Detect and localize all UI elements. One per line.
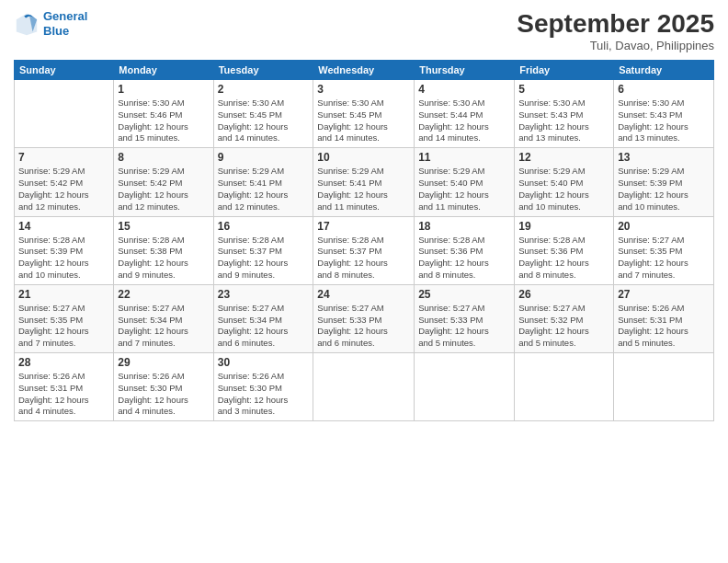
logo-icon bbox=[14, 11, 40, 37]
day-info: Sunrise: 5:30 AMSunset: 5:45 PMDaylight:… bbox=[218, 98, 310, 144]
day-info: Sunrise: 5:30 AMSunset: 5:45 PMDaylight:… bbox=[317, 98, 410, 144]
day-info: Sunrise: 5:30 AMSunset: 5:44 PMDaylight:… bbox=[418, 98, 510, 144]
weekday-header: Sunday bbox=[15, 61, 114, 80]
day-info: Sunrise: 5:30 AMSunset: 5:46 PMDaylight:… bbox=[118, 98, 209, 144]
calendar-cell: 24Sunrise: 5:27 AMSunset: 5:33 PMDayligh… bbox=[313, 284, 415, 352]
calendar-cell bbox=[415, 353, 515, 421]
calendar-cell: 14Sunrise: 5:28 AMSunset: 5:39 PMDayligh… bbox=[15, 216, 114, 284]
day-info: Sunrise: 5:28 AMSunset: 5:36 PMDaylight:… bbox=[518, 235, 609, 282]
day-number: 3 bbox=[317, 83, 410, 96]
calendar-cell bbox=[614, 353, 714, 421]
day-number: 4 bbox=[418, 83, 510, 96]
day-info: Sunrise: 5:28 AMSunset: 5:36 PMDaylight:… bbox=[418, 235, 510, 282]
calendar-cell: 7Sunrise: 5:29 AMSunset: 5:42 PMDaylight… bbox=[15, 148, 114, 216]
day-info: Sunrise: 5:29 AMSunset: 5:42 PMDaylight:… bbox=[118, 166, 209, 213]
day-info: Sunrise: 5:27 AMSunset: 5:34 PMDaylight:… bbox=[118, 303, 209, 350]
calendar-cell: 12Sunrise: 5:29 AMSunset: 5:40 PMDayligh… bbox=[515, 148, 614, 216]
day-number: 12 bbox=[518, 151, 609, 164]
day-number: 28 bbox=[18, 356, 109, 369]
calendar-cell: 23Sunrise: 5:27 AMSunset: 5:34 PMDayligh… bbox=[213, 284, 313, 352]
calendar-week-row: 14Sunrise: 5:28 AMSunset: 5:39 PMDayligh… bbox=[15, 216, 714, 284]
day-number: 15 bbox=[118, 220, 209, 233]
calendar-cell bbox=[313, 353, 415, 421]
day-info: Sunrise: 5:28 AMSunset: 5:38 PMDaylight:… bbox=[118, 235, 209, 282]
day-number: 21 bbox=[18, 288, 109, 301]
calendar-table: SundayMondayTuesdayWednesdayThursdayFrid… bbox=[14, 60, 714, 421]
day-number: 5 bbox=[518, 83, 609, 96]
day-info: Sunrise: 5:29 AMSunset: 5:42 PMDaylight:… bbox=[18, 166, 109, 213]
day-info: Sunrise: 5:29 AMSunset: 5:39 PMDaylight:… bbox=[618, 166, 710, 213]
calendar-cell: 5Sunrise: 5:30 AMSunset: 5:43 PMDaylight… bbox=[515, 80, 614, 148]
day-number: 14 bbox=[18, 220, 109, 233]
day-number: 2 bbox=[218, 83, 310, 96]
calendar-cell: 28Sunrise: 5:26 AMSunset: 5:31 PMDayligh… bbox=[15, 353, 114, 421]
day-number: 1 bbox=[118, 83, 209, 96]
calendar-cell: 26Sunrise: 5:27 AMSunset: 5:32 PMDayligh… bbox=[515, 284, 614, 352]
day-info: Sunrise: 5:27 AMSunset: 5:32 PMDaylight:… bbox=[518, 303, 609, 350]
weekday-header: Thursday bbox=[415, 61, 515, 80]
logo: General Blue bbox=[14, 9, 87, 38]
day-number: 7 bbox=[18, 151, 109, 164]
day-info: Sunrise: 5:27 AMSunset: 5:35 PMDaylight:… bbox=[618, 235, 710, 282]
weekday-header: Monday bbox=[114, 61, 213, 80]
calendar-cell: 21Sunrise: 5:27 AMSunset: 5:35 PMDayligh… bbox=[15, 284, 114, 352]
calendar-cell: 9Sunrise: 5:29 AMSunset: 5:41 PMDaylight… bbox=[213, 148, 313, 216]
header: General Blue September 2025 Tuli, Davao,… bbox=[14, 9, 714, 52]
day-info: Sunrise: 5:26 AMSunset: 5:30 PMDaylight:… bbox=[218, 371, 310, 418]
day-number: 25 bbox=[418, 288, 510, 301]
calendar-header-row: SundayMondayTuesdayWednesdayThursdayFrid… bbox=[15, 61, 714, 80]
day-info: Sunrise: 5:29 AMSunset: 5:40 PMDaylight:… bbox=[518, 166, 609, 213]
calendar-cell: 1Sunrise: 5:30 AMSunset: 5:46 PMDaylight… bbox=[114, 80, 213, 148]
day-number: 26 bbox=[518, 288, 609, 301]
logo-text: General Blue bbox=[43, 9, 87, 38]
day-number: 20 bbox=[618, 220, 710, 233]
day-number: 10 bbox=[317, 151, 410, 164]
day-number: 13 bbox=[618, 151, 710, 164]
day-number: 30 bbox=[218, 356, 310, 369]
day-number: 18 bbox=[418, 220, 510, 233]
calendar-week-row: 28Sunrise: 5:26 AMSunset: 5:31 PMDayligh… bbox=[15, 353, 714, 421]
day-number: 11 bbox=[418, 151, 510, 164]
day-number: 17 bbox=[317, 220, 410, 233]
day-number: 24 bbox=[317, 288, 410, 301]
calendar-cell bbox=[515, 353, 614, 421]
calendar-cell: 13Sunrise: 5:29 AMSunset: 5:39 PMDayligh… bbox=[614, 148, 714, 216]
day-info: Sunrise: 5:26 AMSunset: 5:31 PMDaylight:… bbox=[18, 371, 109, 418]
day-number: 27 bbox=[618, 288, 710, 301]
day-number: 22 bbox=[118, 288, 209, 301]
day-info: Sunrise: 5:27 AMSunset: 5:34 PMDaylight:… bbox=[218, 303, 310, 350]
calendar-cell: 15Sunrise: 5:28 AMSunset: 5:38 PMDayligh… bbox=[114, 216, 213, 284]
calendar-week-row: 21Sunrise: 5:27 AMSunset: 5:35 PMDayligh… bbox=[15, 284, 714, 352]
day-info: Sunrise: 5:29 AMSunset: 5:41 PMDaylight:… bbox=[218, 166, 310, 213]
day-info: Sunrise: 5:30 AMSunset: 5:43 PMDaylight:… bbox=[618, 98, 710, 144]
day-number: 19 bbox=[518, 220, 609, 233]
title-block: September 2025 Tuli, Davao, Philippines bbox=[517, 9, 714, 52]
calendar-cell: 25Sunrise: 5:27 AMSunset: 5:33 PMDayligh… bbox=[415, 284, 515, 352]
day-number: 23 bbox=[218, 288, 310, 301]
calendar-cell: 6Sunrise: 5:30 AMSunset: 5:43 PMDaylight… bbox=[614, 80, 714, 148]
weekday-header: Tuesday bbox=[213, 61, 313, 80]
calendar-cell: 11Sunrise: 5:29 AMSunset: 5:40 PMDayligh… bbox=[415, 148, 515, 216]
day-info: Sunrise: 5:30 AMSunset: 5:43 PMDaylight:… bbox=[518, 98, 609, 144]
day-info: Sunrise: 5:26 AMSunset: 5:30 PMDaylight:… bbox=[118, 371, 209, 418]
calendar-cell: 18Sunrise: 5:28 AMSunset: 5:36 PMDayligh… bbox=[415, 216, 515, 284]
day-info: Sunrise: 5:26 AMSunset: 5:31 PMDaylight:… bbox=[618, 303, 710, 350]
day-number: 16 bbox=[218, 220, 310, 233]
calendar-cell: 27Sunrise: 5:26 AMSunset: 5:31 PMDayligh… bbox=[614, 284, 714, 352]
day-info: Sunrise: 5:29 AMSunset: 5:41 PMDaylight:… bbox=[317, 166, 410, 213]
subtitle: Tuli, Davao, Philippines bbox=[517, 39, 714, 52]
weekday-header: Friday bbox=[515, 61, 614, 80]
calendar-cell: 29Sunrise: 5:26 AMSunset: 5:30 PMDayligh… bbox=[114, 353, 213, 421]
month-title: September 2025 bbox=[517, 9, 714, 39]
day-info: Sunrise: 5:28 AMSunset: 5:39 PMDaylight:… bbox=[18, 235, 109, 282]
calendar-cell: 22Sunrise: 5:27 AMSunset: 5:34 PMDayligh… bbox=[114, 284, 213, 352]
calendar-cell: 8Sunrise: 5:29 AMSunset: 5:42 PMDaylight… bbox=[114, 148, 213, 216]
calendar-cell: 17Sunrise: 5:28 AMSunset: 5:37 PMDayligh… bbox=[313, 216, 415, 284]
day-info: Sunrise: 5:27 AMSunset: 5:33 PMDaylight:… bbox=[418, 303, 510, 350]
page: General Blue September 2025 Tuli, Davao,… bbox=[0, 0, 728, 563]
day-info: Sunrise: 5:28 AMSunset: 5:37 PMDaylight:… bbox=[317, 235, 410, 282]
day-number: 8 bbox=[118, 151, 209, 164]
day-info: Sunrise: 5:29 AMSunset: 5:40 PMDaylight:… bbox=[418, 166, 510, 213]
day-info: Sunrise: 5:27 AMSunset: 5:33 PMDaylight:… bbox=[317, 303, 410, 350]
calendar-cell: 19Sunrise: 5:28 AMSunset: 5:36 PMDayligh… bbox=[515, 216, 614, 284]
